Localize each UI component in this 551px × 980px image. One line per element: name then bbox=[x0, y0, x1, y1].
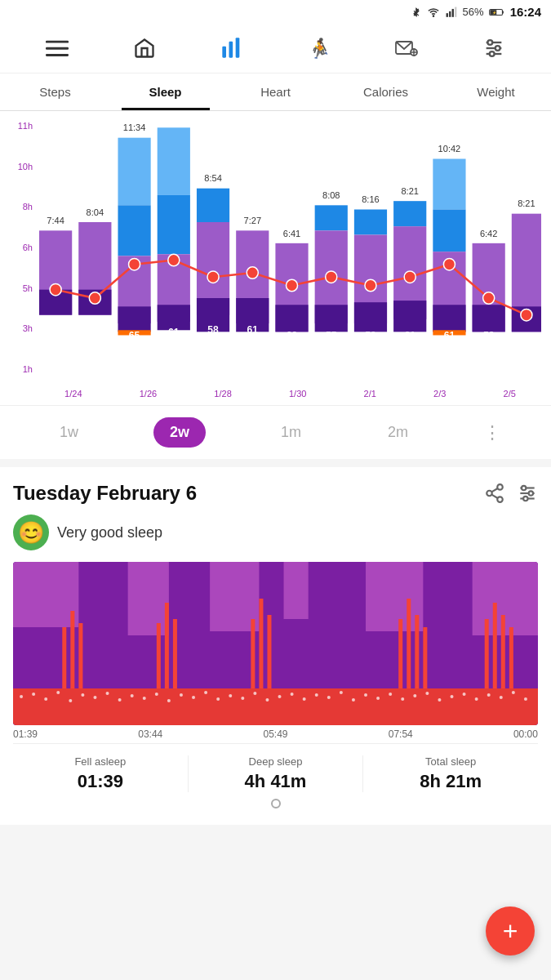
svg-point-176 bbox=[450, 695, 453, 698]
time-label-5: 00:00 bbox=[513, 728, 538, 740]
svg-point-174 bbox=[425, 692, 429, 695]
sleep-detail-svg bbox=[13, 562, 538, 725]
svg-rect-5 bbox=[455, 7, 456, 16]
y-label-8h: 8h bbox=[23, 202, 33, 212]
svg-point-105 bbox=[497, 484, 503, 490]
svg-point-158 bbox=[229, 694, 232, 697]
svg-rect-37 bbox=[118, 205, 150, 256]
time-label-2: 03:44 bbox=[138, 728, 162, 740]
svg-text:10:42: 10:42 bbox=[438, 144, 461, 154]
svg-point-182 bbox=[524, 697, 527, 701]
svg-text:54: 54 bbox=[90, 318, 101, 330]
svg-text:6:41: 6:41 bbox=[283, 228, 301, 238]
period-2m-button[interactable]: 2m bbox=[376, 419, 420, 446]
svg-rect-135 bbox=[423, 627, 427, 693]
home-button[interactable] bbox=[100, 30, 188, 66]
add-button[interactable]: + bbox=[486, 906, 535, 956]
svg-text:11:34: 11:34 bbox=[123, 122, 146, 132]
period-1w-button[interactable]: 1w bbox=[48, 419, 90, 446]
svg-point-181 bbox=[512, 691, 515, 694]
y-label-1h: 1h bbox=[23, 364, 33, 374]
battery-percent: 56% bbox=[463, 6, 484, 18]
y-axis-labels: 11h 10h 8h 6h 5h 3h 1h bbox=[7, 121, 36, 374]
svg-point-168 bbox=[352, 698, 355, 702]
svg-rect-120 bbox=[284, 562, 309, 619]
filter-button[interactable] bbox=[451, 30, 538, 66]
svg-point-180 bbox=[500, 696, 503, 699]
detail-settings-button[interactable] bbox=[517, 483, 538, 504]
daily-actions bbox=[484, 483, 538, 504]
svg-text:65: 65 bbox=[129, 329, 140, 341]
svg-rect-77 bbox=[433, 159, 465, 210]
x-label-130: 1/30 bbox=[289, 389, 306, 399]
status-icons: 56% ⚡ 16:24 bbox=[411, 5, 541, 19]
sleep-quality-icon: 😊 bbox=[13, 514, 49, 550]
daily-date: Tuesday February 6 bbox=[13, 482, 197, 505]
bluetooth-icon bbox=[411, 6, 422, 19]
mail-settings-button[interactable] bbox=[363, 30, 451, 66]
svg-point-114 bbox=[529, 491, 533, 495]
time-label-4: 07:54 bbox=[389, 728, 413, 740]
svg-text:61: 61 bbox=[444, 329, 455, 341]
svg-point-146 bbox=[81, 693, 84, 697]
svg-text:8:04: 8:04 bbox=[87, 207, 104, 217]
svg-point-149 bbox=[118, 698, 122, 702]
x-axis-labels: 1/24 1/26 1/28 1/30 2/1 2/3 2/5 bbox=[36, 389, 544, 399]
wifi-icon bbox=[427, 7, 440, 18]
x-label-21: 2/1 bbox=[364, 389, 376, 399]
tab-sleep[interactable]: Sleep bbox=[110, 74, 220, 110]
svg-rect-133 bbox=[407, 599, 411, 693]
svg-point-175 bbox=[438, 698, 441, 702]
svg-point-142 bbox=[32, 693, 35, 696]
svg-text:6:42: 6:42 bbox=[480, 228, 498, 238]
svg-point-167 bbox=[340, 691, 343, 694]
stat-total-sleep: Total sleep 8h 21m bbox=[363, 755, 538, 792]
svg-text:61: 61 bbox=[168, 327, 180, 338]
svg-text:53: 53 bbox=[521, 333, 532, 345]
svg-rect-62 bbox=[315, 205, 348, 230]
svg-rect-78 bbox=[433, 210, 465, 252]
svg-rect-121 bbox=[366, 562, 423, 631]
svg-point-172 bbox=[401, 697, 404, 701]
period-1m-button[interactable]: 1m bbox=[269, 419, 313, 446]
svg-point-153 bbox=[167, 699, 171, 702]
svg-text:8:21: 8:21 bbox=[518, 198, 535, 208]
svg-rect-49 bbox=[197, 189, 229, 222]
activity-button[interactable]: 🏃 bbox=[276, 30, 363, 66]
period-more-button[interactable]: ⋮ bbox=[483, 422, 503, 443]
period-2w-button[interactable]: 2w bbox=[153, 417, 206, 448]
tab-calories[interactable]: Calories bbox=[331, 74, 441, 110]
period-selector: 1w 2w 1m 2m ⋮ bbox=[0, 405, 551, 459]
svg-point-159 bbox=[241, 697, 244, 700]
svg-text:8:16: 8:16 bbox=[362, 194, 380, 204]
x-label-23: 2/3 bbox=[433, 389, 446, 399]
menu-button[interactable] bbox=[13, 30, 100, 66]
svg-point-162 bbox=[278, 695, 282, 698]
svg-rect-59 bbox=[275, 305, 308, 332]
svg-rect-138 bbox=[501, 615, 505, 693]
svg-rect-130 bbox=[259, 599, 263, 693]
tab-steps[interactable]: Steps bbox=[0, 74, 110, 110]
svg-rect-4 bbox=[451, 8, 453, 16]
svg-point-160 bbox=[253, 692, 256, 695]
stat-deep-sleep: Deep sleep 4h 41m bbox=[189, 755, 364, 792]
stat-total-sleep-value: 8h 21m bbox=[363, 771, 538, 792]
y-label-11h: 11h bbox=[18, 121, 33, 131]
stat-total-sleep-label: Total sleep bbox=[363, 755, 538, 768]
signal-icon bbox=[445, 7, 458, 18]
svg-point-170 bbox=[376, 697, 380, 700]
nav-bar: 🏃 bbox=[0, 24, 551, 74]
y-label-6h: 6h bbox=[23, 243, 33, 252]
tab-weight[interactable]: Weight bbox=[441, 74, 551, 110]
tab-heart[interactable]: Heart bbox=[220, 74, 331, 110]
chart-button[interactable] bbox=[188, 30, 275, 66]
svg-rect-127 bbox=[165, 603, 169, 693]
svg-point-102 bbox=[443, 258, 455, 270]
svg-point-166 bbox=[327, 696, 331, 699]
svg-text:12:02: 12:02 bbox=[162, 121, 185, 122]
svg-point-106 bbox=[487, 491, 492, 497]
svg-point-163 bbox=[291, 693, 294, 696]
share-button[interactable] bbox=[484, 483, 505, 504]
svg-point-178 bbox=[475, 697, 478, 701]
svg-text:7:27: 7:27 bbox=[244, 216, 262, 225]
